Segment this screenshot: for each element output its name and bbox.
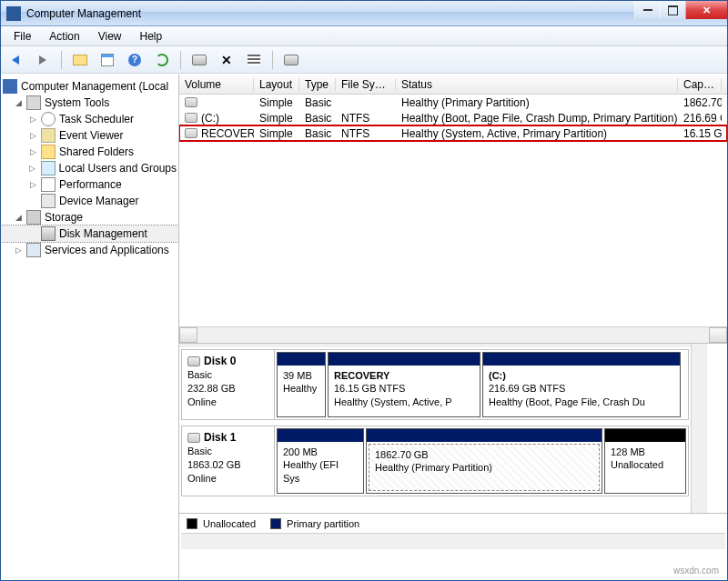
tree-performance[interactable]: ▷Performance: [1, 176, 178, 193]
volume-row[interactable]: RECOVERYSimpleBasicNTFSHealthy (System, …: [179, 125, 727, 141]
event-icon: [41, 128, 56, 143]
toolbar: ? ✕: [1, 46, 727, 74]
arrow-right-icon: [39, 55, 46, 65]
properties-icon: [101, 54, 114, 66]
tools-icon: [26, 95, 41, 110]
tree-device-manager[interactable]: Device Manager: [1, 193, 178, 209]
legend-unallocated-label: Unallocated: [203, 518, 256, 529]
window-title: Computer Management: [26, 7, 634, 20]
disk-vscrollbar[interactable]: [691, 344, 707, 513]
watermark: wsxdn.com: [673, 566, 719, 576]
volume-row[interactable]: (C:)SimpleBasicNTFSHealthy (Boot, Page F…: [179, 110, 727, 125]
delete-icon: ✕: [221, 53, 232, 67]
refresh-icon: [156, 54, 168, 66]
extra-button[interactable]: [280, 49, 302, 71]
col-filesystem[interactable]: File System: [336, 78, 396, 91]
properties-button[interactable]: [96, 49, 118, 71]
tree-disk-management[interactable]: Disk Management: [1, 225, 178, 242]
folder-icon: [41, 145, 56, 159]
legend-primary-key: [270, 518, 281, 529]
forward-button[interactable]: [32, 49, 54, 71]
disk-icon: [187, 433, 200, 443]
partition[interactable]: RECOVERY16.15 GB NTFSHealthy (System, Ac…: [328, 352, 480, 417]
tree-storage[interactable]: ◢Storage: [1, 209, 178, 225]
tree-shared-folders[interactable]: ▷Shared Folders: [1, 144, 178, 160]
tree-services[interactable]: ▷Services and Applications: [1, 242, 178, 258]
app-icon: [6, 6, 21, 21]
tree-task-scheduler[interactable]: ▷Task Scheduler: [1, 111, 178, 127]
computer-management-window: Computer Management File Action View Hel…: [0, 0, 728, 581]
up-button[interactable]: [69, 49, 91, 71]
col-layout[interactable]: Layout: [254, 78, 299, 91]
partition[interactable]: 128 MBUnallocated: [604, 428, 686, 494]
disk-meta: Disk 1Basic1863.02 GBOnline: [182, 426, 275, 496]
col-volume[interactable]: Volume: [179, 78, 254, 91]
menu-action[interactable]: Action: [40, 28, 88, 45]
volume-hscrollbar[interactable]: [179, 326, 727, 343]
services-icon: [26, 243, 41, 257]
navigation-tree[interactable]: Computer Management (Local ◢System Tools…: [1, 75, 179, 580]
storage-icon: [26, 210, 41, 225]
delete-button[interactable]: ✕: [216, 49, 238, 71]
list-icon: [248, 55, 260, 65]
disk-row[interactable]: Disk 0Basic232.88 GBOnline39 MBHealthyRE…: [181, 349, 689, 420]
minimize-button[interactable]: [634, 1, 660, 19]
device-icon: [41, 194, 56, 208]
clock-icon: [41, 112, 56, 126]
volume-list[interactable]: Volume Layout Type File System Status Ca…: [179, 75, 727, 344]
performance-icon: [41, 177, 56, 192]
disk-management-icon: [41, 226, 56, 241]
menu-view[interactable]: View: [89, 28, 131, 45]
disk-row[interactable]: Disk 1Basic1863.02 GBOnline200 MBHealthy…: [181, 426, 689, 496]
bottom-hscrollbar[interactable]: [181, 533, 725, 549]
tree-root[interactable]: Computer Management (Local: [1, 78, 178, 95]
users-icon: [41, 161, 56, 175]
tree-local-users[interactable]: ▷Local Users and Groups: [1, 160, 178, 176]
legend: Unallocated Primary partition: [179, 513, 727, 533]
menu-help[interactable]: Help: [131, 28, 172, 45]
volume-row[interactable]: SimpleBasicHealthy (Primary Partition)18…: [179, 95, 727, 110]
partition[interactable]: 1862.70 GBHealthy (Primary Partition): [366, 428, 602, 494]
partition[interactable]: 39 MBHealthy: [277, 352, 326, 417]
legend-primary-label: Primary partition: [287, 518, 359, 529]
disk-icon: [192, 55, 207, 65]
back-button[interactable]: [5, 49, 26, 71]
list-button[interactable]: [243, 49, 265, 71]
disk-meta: Disk 0Basic232.88 GBOnline: [182, 350, 275, 419]
arrow-left-icon: [12, 55, 19, 65]
tree-event-viewer[interactable]: ▷Event Viewer: [1, 127, 178, 144]
partition[interactable]: (C:)216.69 GB NTFSHealthy (Boot, Page Fi…: [482, 352, 681, 417]
help-icon: ?: [128, 54, 141, 66]
menu-bar: File Action View Help: [1, 26, 727, 46]
folder-icon: [73, 55, 87, 65]
volume-icon: [185, 128, 197, 138]
col-capacity[interactable]: Capacit: [678, 78, 722, 91]
volume-icon: [185, 113, 197, 123]
computer-icon: [3, 79, 17, 94]
close-button[interactable]: [685, 1, 727, 19]
volume-list-header[interactable]: Volume Layout Type File System Status Ca…: [179, 75, 727, 95]
maximize-button[interactable]: [660, 1, 685, 19]
col-type[interactable]: Type: [299, 78, 336, 91]
legend-unallocated-key: [187, 518, 197, 529]
volume-icon: [185, 97, 197, 107]
disk-button[interactable]: [188, 49, 210, 71]
disk-icon: [187, 356, 200, 366]
col-status[interactable]: Status: [396, 78, 678, 91]
disk-map[interactable]: Disk 0Basic232.88 GBOnline39 MBHealthyRE…: [179, 344, 691, 513]
tree-system-tools[interactable]: ◢System Tools: [1, 95, 178, 111]
titlebar[interactable]: Computer Management: [1, 1, 727, 26]
partition[interactable]: 200 MBHealthy (EFI Sys: [277, 428, 364, 494]
menu-file[interactable]: File: [5, 28, 40, 45]
help-button[interactable]: ?: [124, 49, 146, 71]
disk-icon: [284, 55, 298, 65]
refresh-button[interactable]: [151, 49, 173, 71]
